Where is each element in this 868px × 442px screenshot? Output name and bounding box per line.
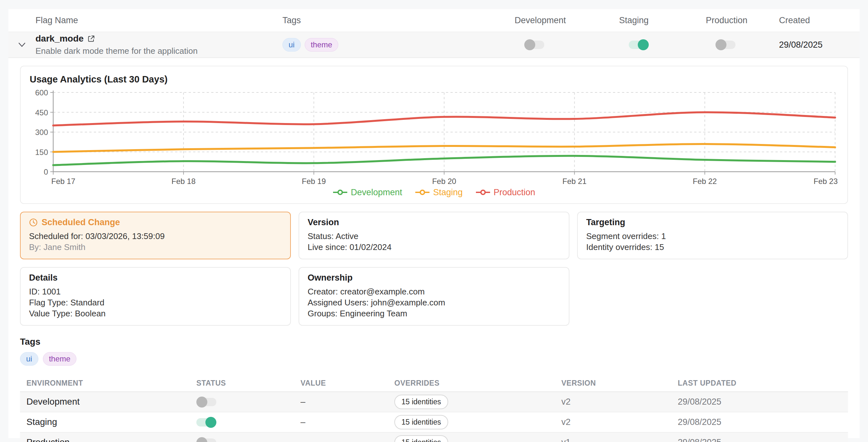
scheduled-change-card: Scheduled Change Scheduled for: 03/03/20… — [20, 212, 291, 259]
flag-row[interactable]: dark_mode Enable dark mode theme for the… — [8, 32, 860, 58]
col-value: VALUE — [301, 379, 394, 387]
svg-text:600: 600 — [35, 89, 48, 97]
environments-table-header: ENVIRONMENT STATUS VALUE OVERRIDES VERSI… — [20, 375, 848, 392]
version-status: Status: Active — [308, 231, 560, 242]
svg-text:Feb 17: Feb 17 — [51, 177, 75, 185]
identity-overrides: Identity overrides: 15 — [586, 242, 839, 252]
env-row-development: Development–15 identitiesv229/08/2025 — [20, 392, 848, 412]
targeting-title: Targeting — [586, 217, 839, 228]
legend-item-staging[interactable]: Staging — [415, 188, 463, 198]
env-status-cell — [196, 417, 301, 427]
environments-table: ENVIRONMENT STATUS VALUE OVERRIDES VERSI… — [20, 375, 848, 442]
production-toggle[interactable] — [715, 41, 736, 49]
flag-name: dark_mode — [35, 34, 84, 44]
env-last-updated: 29/08/2025 — [678, 438, 848, 442]
col-flag-name: Flag Name — [35, 15, 282, 26]
info-cards-row-1: Scheduled Change Scheduled for: 03/03/20… — [20, 212, 848, 259]
env-last-updated: 29/08/2025 — [678, 397, 848, 407]
svg-text:Feb 19: Feb 19 — [302, 177, 326, 185]
created-date: 29/08/2025 — [779, 40, 860, 50]
col-created: Created — [779, 15, 860, 26]
env-value: – — [301, 438, 394, 442]
legend-label: Staging — [433, 188, 463, 198]
ownership-title: Ownership — [308, 273, 560, 283]
version-title: Version — [308, 217, 560, 228]
svg-text:300: 300 — [35, 128, 48, 137]
details-title: Details — [29, 273, 282, 283]
svg-text:Feb 21: Feb 21 — [562, 177, 587, 185]
flag-detail-sheet: Flag Name Tags Development Staging Produ… — [8, 9, 860, 438]
env-value: – — [301, 417, 394, 427]
toggle-knob — [206, 417, 216, 428]
tags-section-list: uitheme — [20, 352, 848, 366]
chart-legend: DevelopmentStagingProduction — [30, 186, 838, 199]
identities-count-pill[interactable]: 15 identities — [394, 435, 448, 442]
legend-item-production[interactable]: Production — [475, 188, 535, 198]
ownership-creator: Creator: creator@example.com — [308, 286, 560, 297]
tag-theme[interactable]: theme — [43, 352, 77, 366]
external-link-icon[interactable] — [87, 35, 95, 42]
toggle-knob — [524, 39, 535, 50]
env-last-updated: 29/08/2025 — [678, 417, 848, 427]
ownership-card: Ownership Creator: creator@example.com A… — [299, 267, 569, 326]
col-status: STATUS — [196, 379, 301, 387]
col-development: Development — [515, 15, 619, 26]
tag-ui[interactable]: ui — [20, 352, 38, 366]
scheduled-by-text: By: Jane Smith — [29, 242, 282, 252]
flag-description: Enable dark mode theme for the applicati… — [35, 46, 282, 56]
env-row-production: Production–15 identitiesv129/08/2025 — [20, 433, 848, 442]
svg-text:450: 450 — [35, 108, 48, 117]
env-name: Staging — [20, 417, 196, 427]
staging-toggle[interactable] — [629, 41, 649, 49]
env-overrides-cell: 15 identities — [394, 435, 561, 442]
version-live-since: Live since: 01/02/2024 — [308, 242, 560, 252]
flag-tags: uitheme — [282, 38, 515, 52]
ownership-groups: Groups: Engineering Team — [308, 308, 560, 319]
env-status-toggle[interactable] — [196, 418, 216, 427]
col-tags: Tags — [282, 15, 515, 26]
env-overrides-cell: 15 identities — [394, 395, 561, 409]
legend-item-development[interactable]: Development — [333, 188, 402, 198]
svg-text:Feb 22: Feb 22 — [692, 177, 717, 185]
version-card: Version Status: Active Live since: 01/02… — [299, 212, 569, 259]
col-overrides: OVERRIDES — [394, 379, 561, 387]
tags-section: Tags uitheme — [20, 337, 848, 366]
env-value: – — [301, 397, 394, 407]
empty-card-slot — [577, 267, 848, 326]
details-flag-type: Flag Type: Standard — [29, 297, 282, 308]
tag-ui[interactable]: ui — [282, 38, 301, 52]
col-last-updated: LAST UPDATED — [678, 379, 848, 387]
tag-theme[interactable]: theme — [305, 38, 339, 52]
toggle-knob — [196, 437, 207, 442]
flag-table-header: Flag Name Tags Development Staging Produ… — [8, 9, 860, 32]
usage-chart: 0150300450600Feb 17Feb 18Feb 19Feb 20Feb… — [30, 89, 838, 186]
env-status-toggle[interactable] — [196, 438, 216, 442]
legend-label: Production — [494, 188, 535, 198]
ownership-assigned-users: Assigned Users: john@example.com — [308, 297, 560, 308]
svg-text:150: 150 — [35, 148, 48, 157]
collapse-chevron-icon[interactable] — [18, 42, 26, 47]
identities-count-pill[interactable]: 15 identities — [394, 395, 448, 409]
scheduled-for-text: Scheduled for: 03/03/2026, 13:59:09 — [29, 231, 282, 242]
col-version: VERSION — [561, 379, 678, 387]
env-name: Development — [20, 397, 196, 407]
col-environment: ENVIRONMENT — [20, 379, 196, 387]
clock-icon — [29, 218, 38, 227]
scheduled-change-title: Scheduled Change — [41, 217, 120, 228]
col-staging: Staging — [619, 15, 706, 26]
tags-section-title: Tags — [20, 337, 848, 347]
development-toggle[interactable] — [524, 41, 544, 49]
identities-count-pill[interactable]: 15 identities — [394, 415, 448, 430]
env-version: v2 — [561, 417, 678, 427]
usage-analytics-panel: Usage Analytics (Last 30 Days) 015030045… — [20, 66, 848, 204]
env-row-staging: Staging–15 identitiesv229/08/2025 — [20, 412, 848, 433]
svg-text:0: 0 — [44, 168, 48, 176]
svg-text:Feb 23: Feb 23 — [813, 177, 838, 185]
env-status-toggle[interactable] — [196, 398, 216, 406]
info-cards-row-2: Details ID: 1001 Flag Type: Standard Val… — [20, 267, 848, 326]
col-production: Production — [706, 15, 779, 26]
toggle-knob — [196, 397, 207, 408]
env-status-cell — [196, 438, 301, 442]
details-value-type: Value Type: Boolean — [29, 308, 282, 319]
env-version: v2 — [561, 397, 678, 407]
